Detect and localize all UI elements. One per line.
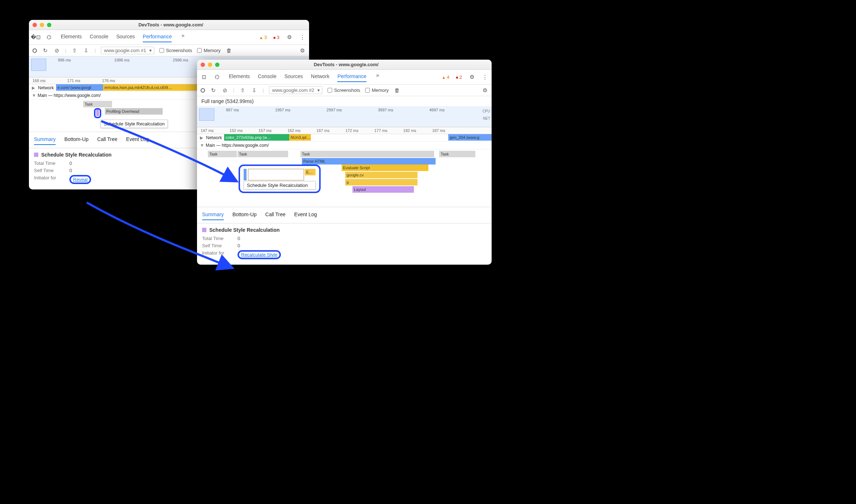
kebab-icon[interactable]: ⋮ xyxy=(299,34,305,40)
flame-function[interactable]: google.cv xyxy=(345,172,418,178)
flame-event[interactable] xyxy=(96,110,99,116)
tab-bottomup[interactable]: Bottom-Up xyxy=(64,135,89,145)
net-label: NET xyxy=(483,116,490,120)
flame-tooltip: Schedule Style Recalculation xyxy=(100,120,168,128)
upload-icon[interactable]: ⇧ xyxy=(239,87,246,94)
network-segment[interactable]: color_272x92dp.png (w… xyxy=(224,134,289,141)
tab-elements[interactable]: Elements xyxy=(61,32,82,42)
clear-icon[interactable]: ⊘ xyxy=(222,87,228,94)
tab-calltree[interactable]: Call Tree xyxy=(97,135,117,145)
flame-function[interactable]: p xyxy=(345,179,418,185)
annotation-ring: Reveal xyxy=(69,175,91,184)
record-button[interactable] xyxy=(33,48,37,53)
main-track-header[interactable]: ▼ Main — https://www.google.com/ xyxy=(197,142,492,149)
titlebar[interactable]: DevTools - www.google.com/ xyxy=(197,60,492,70)
main-track-label: Main — https://www.google.com/ xyxy=(38,93,101,98)
self-time-value: 0 xyxy=(69,168,72,173)
download-icon[interactable]: ⇩ xyxy=(251,87,257,94)
clear-icon[interactable]: ⊘ xyxy=(54,47,60,54)
upload-icon[interactable]: ⇧ xyxy=(71,47,78,54)
summary-panel: Schedule Style Recalculation Total Time0… xyxy=(197,223,492,265)
tab-console[interactable]: Console xyxy=(90,32,108,42)
memory-checkbox[interactable]: Memory xyxy=(365,87,389,93)
ruler[interactable]: 147 ms152 ms157 ms 162 ms167 ms172 ms 17… xyxy=(197,127,492,134)
tab-sources[interactable]: Sources xyxy=(116,32,135,42)
annotation-ring: Recalculate Style xyxy=(237,250,281,259)
screenshots-checkbox[interactable]: Screenshots xyxy=(328,87,360,93)
performance-toolbar: ↻ ⊘ | ⇧ ⇩ | www.google.com #2 Screenshot… xyxy=(197,85,492,96)
tab-sources[interactable]: Sources xyxy=(284,72,303,82)
gear-icon[interactable]: ⚙ xyxy=(286,34,292,40)
cpu-label: CPU xyxy=(483,109,490,113)
flame-chart[interactable]: Task Task Task Task Parse HTML E… Schedu… xyxy=(197,149,492,207)
gear-icon[interactable]: ⚙ xyxy=(299,47,305,54)
reload-icon[interactable]: ↻ xyxy=(42,47,48,54)
tab-eventlog[interactable]: Event Log xyxy=(294,210,317,220)
recalculate-style-link[interactable]: Recalculate Style xyxy=(241,252,277,257)
memory-checkbox[interactable]: Memory xyxy=(197,48,221,53)
tab-summary[interactable]: Summary xyxy=(202,210,224,220)
network-segment[interactable]: gen_204 (www.g xyxy=(448,134,492,141)
tab-console[interactable]: Console xyxy=(258,72,276,82)
network-segment[interactable]: NUn3,qd… xyxy=(289,134,311,141)
tab-performance[interactable]: Performance xyxy=(143,32,172,42)
inspect-icon[interactable]: �⊡ xyxy=(33,34,39,40)
tab-elements[interactable]: Elements xyxy=(229,72,250,82)
overview-thumbnail xyxy=(199,108,214,121)
more-tabs-icon[interactable]: » xyxy=(374,72,381,82)
flame-tooltip: Schedule Style Recalculation xyxy=(244,181,316,189)
window-title: DevTools - www.google.com/ xyxy=(204,62,488,67)
gear-icon[interactable]: ⚙ xyxy=(482,87,488,94)
self-time-value: 0 xyxy=(237,243,240,248)
tab-eventlog[interactable]: Event Log xyxy=(126,135,149,145)
flame-parse-html[interactable]: Parse HTML xyxy=(302,158,436,165)
network-segment[interactable]: e.com/ (www.googl xyxy=(56,84,103,91)
flame-eval-script[interactable]: Evaluate Script xyxy=(342,165,428,171)
color-swatch xyxy=(34,153,38,157)
recording-select[interactable]: www.google.com #1 xyxy=(101,47,154,54)
total-time-value: 0 xyxy=(237,236,240,241)
tab-bottomup[interactable]: Bottom-Up xyxy=(232,210,257,220)
devtools-toolbar: �⊡ ⌬ Elements Console Sources Performanc… xyxy=(29,30,309,45)
download-icon[interactable]: ⇩ xyxy=(83,47,89,54)
trash-icon[interactable]: 🗑 xyxy=(394,87,400,93)
flame-task[interactable]: Task xyxy=(237,151,288,157)
main-track-label: Main — https://www.google.com/ xyxy=(206,143,269,148)
tab-summary[interactable]: Summary xyxy=(34,135,56,145)
range-label: Full range (5342.99ms) xyxy=(197,96,492,106)
flame-event[interactable]: E… xyxy=(305,169,316,175)
warning-badge[interactable]: 4 xyxy=(442,74,449,80)
tab-performance[interactable]: Performance xyxy=(337,72,366,82)
reload-icon[interactable]: ↻ xyxy=(210,87,217,94)
flame-profiling[interactable]: Profiling Overhead xyxy=(105,108,163,115)
flame-task[interactable]: Task xyxy=(300,151,434,157)
color-swatch xyxy=(202,228,206,232)
device-icon[interactable]: ⌬ xyxy=(46,34,52,40)
inspect-icon[interactable]: ⊡ xyxy=(201,74,207,80)
error-badge[interactable]: 2 xyxy=(456,74,462,80)
warning-badge[interactable]: 3 xyxy=(259,35,267,40)
trash-icon[interactable]: 🗑 xyxy=(226,47,232,54)
network-label: Network xyxy=(38,85,56,90)
timeline-overview[interactable]: 997 ms1997 ms2997 ms3997 ms4997 ms CPU N… xyxy=(197,106,492,127)
flame-layout[interactable]: Layout xyxy=(352,186,414,193)
annotation-source xyxy=(94,108,101,118)
titlebar[interactable]: DevTools - www.google.com/ xyxy=(29,20,309,30)
tab-calltree[interactable]: Call Tree xyxy=(265,210,286,220)
flame-task[interactable]: Task xyxy=(83,101,112,107)
more-tabs-icon[interactable]: » xyxy=(180,32,186,42)
reveal-link[interactable]: Reveal xyxy=(73,177,87,182)
record-button[interactable] xyxy=(201,88,205,93)
screenshots-checkbox[interactable]: Screenshots xyxy=(159,48,192,53)
flame-task[interactable]: Task xyxy=(208,151,237,157)
network-track[interactable]: ▶ Network color_272x92dp.png (w… NUn3,qd… xyxy=(197,134,492,142)
tab-network[interactable]: Network xyxy=(311,72,329,82)
issue-badge[interactable]: 3 xyxy=(273,35,279,40)
kebab-icon[interactable]: ⋮ xyxy=(482,74,488,80)
total-time-value: 0 xyxy=(69,161,72,166)
recording-select[interactable]: www.google.com #2 xyxy=(269,86,322,94)
device-icon[interactable]: ⌬ xyxy=(214,74,220,80)
flame-task[interactable]: Task xyxy=(439,151,475,157)
devtools-toolbar: ⊡ ⌬ Elements Console Sources Network Per… xyxy=(197,70,492,85)
gear-icon[interactable]: ⚙ xyxy=(468,74,475,80)
